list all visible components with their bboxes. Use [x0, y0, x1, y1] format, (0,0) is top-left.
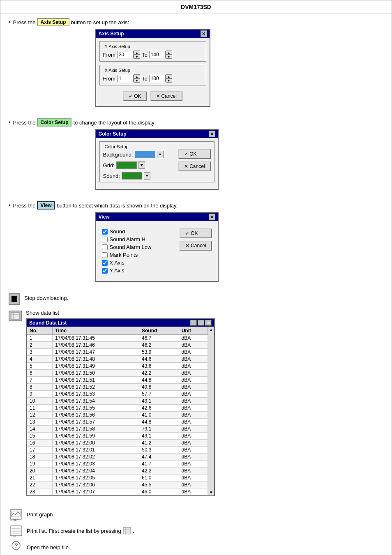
axis-ok-check: ✓	[129, 93, 133, 99]
x-from-label: From	[103, 76, 115, 82]
color-dialog-close[interactable]: ✕	[209, 131, 215, 137]
table-cell: 3	[27, 349, 53, 356]
y-from-down[interactable]: ▼	[134, 55, 140, 59]
y-to-input[interactable]	[149, 51, 166, 58]
x-to-up[interactable]: ▲	[166, 74, 172, 78]
color-setup-inner: Background: ▼ Grid:	[103, 149, 211, 180]
table-cell: dBA	[179, 426, 208, 433]
x-to-input[interactable]	[149, 75, 166, 82]
y-axis-checkbox[interactable]	[102, 268, 108, 274]
print-graph-label: Print graph	[27, 511, 53, 518]
color-cancel-button[interactable]: ✕ Cancel	[178, 161, 210, 171]
table-cell: 17/04/08 17:32:06	[53, 481, 139, 488]
view-cancel-button[interactable]: ✕ Cancel	[180, 241, 212, 251]
close-button[interactable]: ✕	[205, 320, 212, 326]
table-row: 1917/04/08 17:32:0341.7dBA	[27, 461, 208, 467]
table-cell: 18	[27, 454, 53, 461]
color-dialog-titlebar: Color Setup ✕	[96, 130, 218, 138]
y-axis-label: Y Axis	[110, 267, 125, 274]
grid-row: Grid: ▼	[103, 161, 175, 169]
table-cell: dBA	[179, 356, 208, 363]
sound-checkbox[interactable]	[102, 229, 108, 235]
table-cell: 17/04/08 17:32:00	[53, 440, 139, 447]
table-row: 317/04/08 17:31:4753.9dBA	[27, 349, 208, 356]
y-from-input[interactable]	[117, 51, 134, 58]
x-from-spinner[interactable]: ▲ ▼	[117, 74, 140, 83]
show-data-section: Show data list Sound Data List _ □ ✕	[9, 310, 383, 503]
x-from-down[interactable]: ▼	[134, 78, 140, 83]
sound-color-box[interactable]	[122, 172, 142, 180]
y-to-up[interactable]: ▲	[166, 51, 172, 55]
table-scrollbar[interactable]: ▲ ▼	[208, 327, 214, 495]
table-cell: 17/04/08 17:32:05	[53, 474, 139, 481]
col-unit: Unit	[179, 327, 208, 335]
x-to-down[interactable]: ▼	[166, 78, 172, 83]
data-table-titlebar: Sound Data List _ □ ✕	[27, 319, 214, 327]
stop-icon-box[interactable]	[9, 293, 20, 305]
table-cell: 17/04/08 17:31:54	[53, 398, 139, 405]
table-cell: 6	[27, 370, 53, 377]
view-content: Press the View button to select which da…	[13, 201, 219, 286]
axis-setup-button[interactable]: Axis Setup	[37, 18, 69, 26]
x-axis-legend: X Axis Setup	[103, 68, 203, 73]
background-dropdown-arrow[interactable]: ▼	[157, 151, 164, 158]
sound-dropdown-arrow[interactable]: ▼	[144, 172, 150, 180]
axis-ok-button[interactable]: ✓ OK	[123, 91, 147, 101]
color-setup-button[interactable]: Color Setup	[37, 118, 71, 127]
table-cell: 11	[27, 405, 53, 412]
svg-text:Graph: Graph	[10, 518, 18, 521]
table-row: 1617/04/08 17:32:0041.2dBA	[27, 440, 208, 447]
stop-icon	[12, 296, 17, 302]
color-ok-button[interactable]: ✓ OK	[178, 149, 210, 159]
svg-rect-6	[10, 526, 22, 536]
grid-color-box[interactable]	[116, 161, 137, 169]
y-axis-row: Y Axis	[102, 267, 177, 274]
table-cell: 2	[27, 342, 53, 349]
titlebar-buttons: _ □ ✕	[190, 320, 212, 326]
grid-dropdown-arrow[interactable]: ▼	[138, 161, 145, 169]
print-graph-icon-wrapper: Graph	[9, 508, 23, 521]
list-icon-box[interactable]	[9, 311, 22, 321]
svg-rect-12	[123, 527, 131, 534]
table-cell: 49.1	[139, 398, 179, 405]
table-row: 1117/04/08 17:31:5542.6dBA	[27, 405, 208, 412]
axis-dialog-title: Axis Setup	[99, 31, 124, 37]
table-row: 1417/04/08 17:31:5879.1dBA	[27, 426, 208, 433]
y-from-spinner[interactable]: ▲ ▼	[117, 51, 140, 59]
x-from-up[interactable]: ▲	[134, 74, 140, 78]
sound-alarm-low-checkbox[interactable]	[102, 244, 108, 250]
minimize-button[interactable]: _	[190, 320, 197, 326]
view-text: Press the View button to select which da…	[13, 201, 219, 210]
x-to-spinner[interactable]: ▲ ▼	[149, 74, 172, 83]
view-dialog-close[interactable]: ✕	[209, 214, 215, 220]
y-to-down[interactable]: ▼	[166, 55, 172, 59]
x-from-input[interactable]	[117, 75, 134, 82]
y-axis-row: From ▲ ▼ To	[103, 51, 203, 59]
table-cell: 23	[27, 488, 53, 495]
print-list-period: .	[133, 528, 134, 534]
y-from-up[interactable]: ▲	[134, 51, 140, 55]
table-row: 417/04/08 17:31:4844.6dBA	[27, 356, 208, 363]
x-axis-checkbox[interactable]	[102, 260, 108, 266]
show-data-content: Show data list Sound Data List _ □ ✕	[26, 310, 215, 503]
table-cell: 46.0	[139, 488, 179, 495]
table-row: 717/04/08 17:31:5144.8dBA	[27, 377, 208, 384]
table-cell: 57.7	[139, 391, 179, 398]
view-ok-button[interactable]: ✓ OK	[180, 228, 212, 238]
table-cell: 42.2	[139, 370, 179, 377]
maximize-button[interactable]: □	[198, 320, 204, 326]
mark-points-checkbox[interactable]	[102, 252, 108, 258]
sound-alarm-hi-checkbox[interactable]	[102, 237, 108, 242]
view-button[interactable]: View	[37, 201, 55, 210]
background-color-box[interactable]	[135, 151, 155, 158]
y-to-spinner[interactable]: ▲ ▼	[149, 51, 172, 59]
color-ok-check: ✓	[184, 151, 188, 157]
table-cell: 46.2	[139, 342, 179, 349]
scroll-down[interactable]: ▼	[209, 490, 213, 495]
scroll-up[interactable]: ▲	[209, 327, 213, 332]
axis-dialog-body: Y Axis Setup From ▲ ▼	[96, 38, 210, 106]
axis-cancel-button[interactable]: ✕ Cancel	[150, 91, 182, 101]
axis-setup-dialog: Axis Setup ✕ Y Axis Setup From	[95, 29, 210, 107]
axis-dialog-close[interactable]: ✕	[201, 30, 207, 37]
y-axis-group: Y Axis Setup From ▲ ▼	[99, 41, 206, 62]
